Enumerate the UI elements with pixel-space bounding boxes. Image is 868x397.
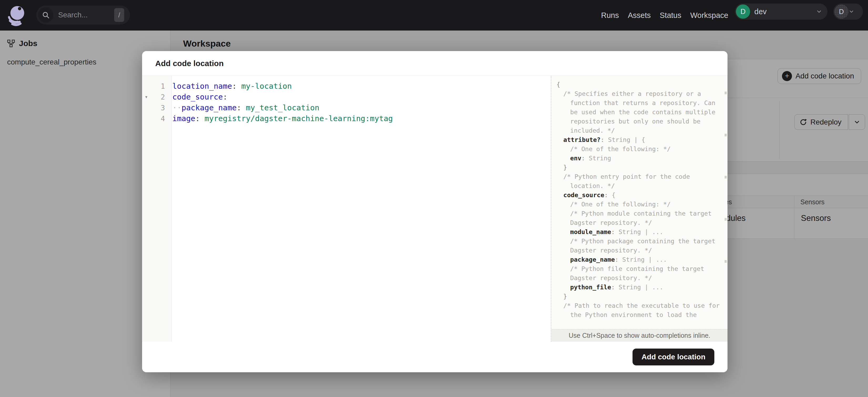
user-menu[interactable]: D (833, 3, 863, 20)
schema-line: code_source: { (556, 191, 725, 200)
nav-link-assets[interactable]: Assets (628, 11, 651, 20)
schema-line: python_file: String | ... (556, 283, 725, 292)
schema-line: module_name: String | ... (556, 227, 725, 237)
schema-line: repositories but only one should be (556, 117, 725, 126)
nav-link-runs[interactable]: Runs (601, 11, 619, 20)
global-search-input[interactable]: Search... / (36, 5, 130, 25)
deployment-name: dev (754, 7, 816, 16)
autocomplete-hint: Use Ctrl+Space to show auto-completions … (568, 332, 710, 339)
add-code-location-dialog: Add code location 1location_name: my-loc… (142, 51, 727, 372)
schema-line: Dagster repository. */ (556, 246, 725, 255)
code-text: image: myregistry/dagster-machine-learni… (169, 113, 393, 124)
nav-link-workspace[interactable]: Workspace (690, 11, 728, 20)
schema-lines: {/* Specifies either a repository or afu… (552, 76, 727, 319)
fold-arrow-icon[interactable]: ▾ (142, 92, 151, 102)
dialog-header: Add code location (142, 51, 727, 76)
code-line[interactable]: 3··package_name: my_test_location (142, 102, 551, 113)
schema-line: } (556, 163, 725, 172)
schema-line: attribute?: String | { (556, 135, 725, 145)
schema-line: Dagster repository. */ (556, 274, 725, 283)
schema-line: /* Path to reach the executable to use f… (556, 301, 725, 310)
schema-line: included. */ (556, 126, 725, 135)
config-schema-panel: {/* Specifies either a repository or afu… (551, 76, 727, 342)
line-number: 1 (151, 81, 169, 92)
line-number: 3 (151, 102, 169, 113)
nav-link-status[interactable]: Status (660, 11, 681, 20)
fold-gutter (142, 102, 151, 113)
chevron-down-icon (816, 8, 822, 15)
code-line[interactable]: 4image: myregistry/dagster-machine-learn… (142, 113, 551, 124)
schema-line: /* One of the following: */ (556, 200, 725, 209)
schema-line: be used when the code contains multiple (556, 108, 725, 117)
user-avatar: D (834, 4, 848, 19)
search-icon (38, 7, 54, 23)
fold-gutter (142, 81, 151, 92)
schema-line: { (556, 80, 725, 89)
schema-scrollbar[interactable] (724, 92, 727, 326)
line-number: 4 (151, 113, 169, 124)
search-placeholder: Search... (58, 11, 114, 19)
schema-line: function that returns a repository. Can (556, 98, 725, 108)
code-text: ··package_name: my_test_location (169, 102, 319, 113)
code-line[interactable]: 1location_name: my-location (142, 81, 551, 92)
schema-line: /* Specifies either a repository or a (556, 89, 725, 98)
submit-add-code-location-button[interactable]: Add code location (632, 348, 714, 365)
code-line[interactable]: ▾2code_source: (142, 92, 551, 102)
chevron-down-icon (848, 9, 854, 14)
autocomplete-hint-bar: Use Ctrl+Space to show auto-completions … (552, 329, 727, 342)
fold-gutter (142, 113, 151, 124)
schema-line: /* Python entry point for the code (556, 172, 725, 181)
dagster-app: Search... / Runs Assets Status Workspace… (0, 0, 868, 397)
search-shortcut-badge: / (114, 8, 124, 22)
schema-line: /* Python module containing the target (556, 209, 725, 218)
schema-line: env: String (556, 154, 725, 163)
dagster-logo-icon[interactable] (6, 3, 28, 27)
code-text: code_source: (169, 92, 227, 102)
line-number: 2 (151, 92, 169, 102)
deployment-avatar: D (736, 4, 750, 19)
code-lines: 1location_name: my-location▾2code_source… (142, 81, 551, 124)
dialog-title: Add code location (155, 59, 224, 68)
schema-line: location. */ (556, 181, 725, 191)
yaml-config-editor[interactable]: 1location_name: my-location▾2code_source… (142, 76, 551, 342)
nav-links: Runs Assets Status Workspace (601, 0, 728, 31)
schema-line: /* Python package containing the target (556, 237, 725, 246)
schema-line: package_name: String | ... (556, 255, 725, 264)
schema-line: the Python environment to load the (556, 310, 725, 319)
dialog-footer: Add code location (142, 342, 727, 372)
top-navbar: Search... / Runs Assets Status Workspace… (0, 0, 868, 31)
deployment-switcher[interactable]: D dev (735, 3, 828, 20)
schema-line: Dagster repository. */ (556, 218, 725, 227)
schema-line: } (556, 292, 725, 301)
code-text: location_name: my-location (169, 81, 292, 92)
schema-line: /* Python file containing the target (556, 264, 725, 274)
dialog-body: 1location_name: my-location▾2code_source… (142, 76, 727, 342)
schema-line: /* One of the following: */ (556, 145, 725, 154)
